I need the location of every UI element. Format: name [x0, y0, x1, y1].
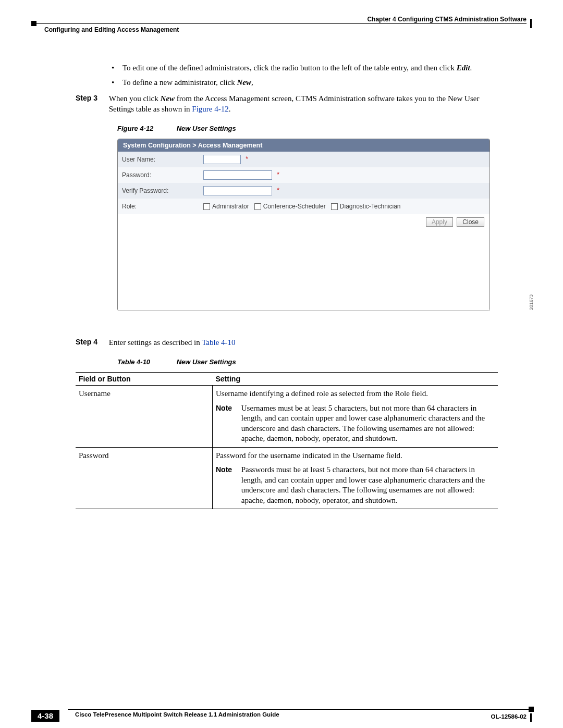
cell-setting: Username identifying a defined role as s…: [213, 386, 498, 448]
footer-ornament-top-right: [529, 707, 534, 712]
close-button[interactable]: Close: [457, 217, 484, 227]
checkbox-diagnostic-technician[interactable]: [331, 203, 338, 210]
table-caption: Table 4-10 New User Settings: [117, 358, 527, 366]
page-number: 4-38: [31, 710, 59, 722]
required-icon: *: [246, 155, 248, 163]
col-field: Field or Button: [76, 373, 213, 386]
header-chapter: Chapter 4 Configuring CTMS Administratio…: [367, 16, 527, 23]
checkbox-administrator[interactable]: [203, 203, 210, 210]
password-input[interactable]: [203, 170, 272, 180]
verify-password-input[interactable]: [203, 186, 272, 195]
running-footer: Cisco TelePresence Multipoint Switch Rel…: [31, 709, 532, 719]
header-section: Configuring and Editing Access Managemen…: [44, 26, 179, 33]
running-header: Chapter 4 Configuring CTMS Administratio…: [31, 16, 532, 36]
bullet-list: To edit one of the defined administrator…: [109, 63, 527, 88]
header-rule: [36, 23, 527, 24]
screenshot-empty-area: [118, 230, 489, 311]
figure-caption: Figure 4-12 New User Settings: [117, 125, 527, 132]
apply-button[interactable]: Apply: [426, 217, 453, 227]
figure-id-side: 201673: [529, 294, 534, 310]
required-icon: *: [277, 171, 279, 178]
username-label: User Name:: [118, 152, 199, 167]
page: Chapter 4 Configuring CTMS Administratio…: [0, 0, 563, 728]
step-text: When you click New from the Access Manag…: [109, 93, 495, 115]
role-label: Role:: [118, 199, 199, 214]
step-label: Step 4: [76, 337, 107, 347]
required-icon: *: [277, 187, 279, 194]
step-3: Step 3 When you click New from the Acces…: [76, 93, 527, 115]
note: Note Usernames must be at least 5 charac…: [216, 403, 495, 444]
username-input[interactable]: [203, 155, 241, 164]
doc-id: OL-12586-02: [491, 713, 527, 720]
checkbox-conference-scheduler[interactable]: [254, 203, 261, 210]
step-4: Step 4 Enter settings as described in Ta…: [76, 337, 527, 348]
verify-password-label: Verify Password:: [118, 183, 199, 199]
password-label: Password:: [118, 167, 199, 183]
cell-field: Password: [76, 447, 213, 509]
bullet-item: To define a new administrator, click New…: [109, 77, 527, 88]
footer-ornament-right: [530, 713, 532, 722]
header-ornament-right: [530, 19, 532, 28]
step-label: Step 3: [76, 93, 107, 103]
form-table: User Name: * Password: *: [118, 152, 489, 214]
col-setting: Setting: [213, 373, 498, 386]
body: To edit one of the defined administrator…: [36, 63, 527, 509]
screenshot: System Configuration > Access Management…: [117, 139, 490, 311]
step-text: Enter settings as described in Table 4-1…: [109, 337, 495, 348]
button-row: Apply Close: [118, 214, 489, 230]
settings-table: Field or Button Setting Username Usernam…: [76, 372, 498, 509]
xref-figure[interactable]: Figure 4-12: [192, 105, 228, 113]
cell-setting: Password for the username indicated in t…: [213, 447, 498, 509]
footer-rule: [68, 709, 532, 710]
table-row: Password Password for the username indic…: [76, 447, 498, 509]
cell-field: Username: [76, 386, 213, 448]
xref-table[interactable]: Table 4-10: [202, 338, 235, 347]
table-row: Username Username identifying a defined …: [76, 386, 498, 448]
header-ornament-left: [31, 21, 36, 26]
screenshot-title: System Configuration > Access Management: [118, 139, 489, 152]
figure-4-12: System Configuration > Access Management…: [36, 139, 527, 311]
footer-guide-title: Cisco TelePresence Multipoint Switch Rel…: [73, 711, 282, 718]
bullet-item: To edit one of the defined administrator…: [109, 63, 527, 73]
role-options: Administrator Conference-Scheduler Diagn…: [199, 199, 489, 214]
note: Note Passwords must be at least 5 charac…: [216, 465, 495, 505]
